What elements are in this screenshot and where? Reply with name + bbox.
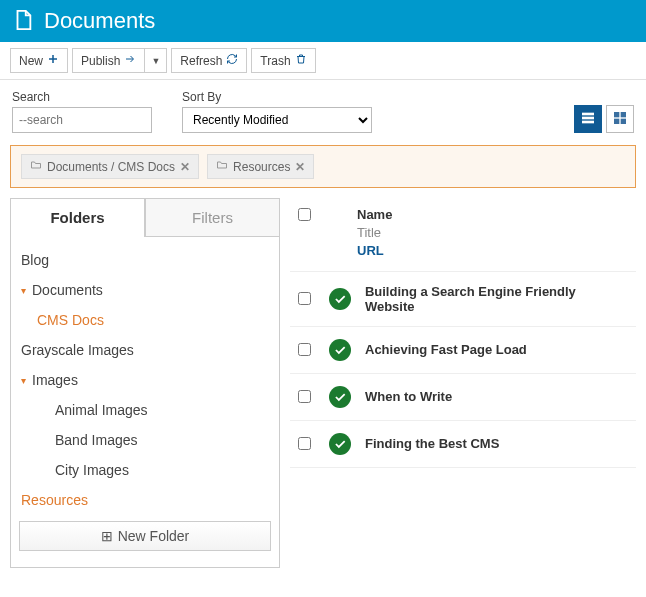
tree-blog[interactable]: Blog [11, 245, 279, 275]
col-title[interactable]: Title [357, 224, 392, 242]
check-circle-icon [329, 433, 351, 455]
col-name[interactable]: Name [357, 206, 392, 224]
list-row[interactable]: When to Write [290, 374, 636, 421]
right-panel: Name Title URL Building a Search Engine … [290, 198, 636, 568]
row-checkbox[interactable] [298, 292, 311, 305]
list-row[interactable]: Building a Search Engine Friendly Websit… [290, 272, 636, 327]
tree-images[interactable]: Images [11, 365, 279, 395]
header-labels: Name Title URL [357, 206, 392, 261]
refresh-label: Refresh [180, 54, 222, 68]
toolbar: New Publish ▼ Refresh Trash [0, 42, 646, 80]
tab-folders[interactable]: Folders [10, 198, 145, 236]
tree-resources[interactable]: Resources [11, 485, 279, 515]
row-title: Finding the Best CMS [365, 436, 499, 451]
svg-rect-3 [614, 112, 619, 117]
plus-box-icon: ⊞ [101, 528, 113, 544]
tree-label: Documents [32, 282, 103, 298]
search-field: Search [12, 90, 152, 133]
search-label: Search [12, 90, 152, 104]
publish-group: Publish ▼ [72, 48, 167, 73]
chip-documents-cms[interactable]: Documents / CMS Docs ✕ [21, 154, 199, 179]
tab-filters[interactable]: Filters [145, 198, 280, 236]
chip-label: Documents / CMS Docs [47, 160, 175, 174]
page-title: Documents [44, 8, 155, 34]
side-tabs: Folders Filters [10, 198, 280, 237]
row-title: Building a Search Engine Friendly Websit… [365, 284, 628, 314]
grid-icon [612, 110, 628, 129]
svg-rect-2 [582, 120, 594, 123]
tree-label: Images [32, 372, 78, 388]
sort-label: Sort By [182, 90, 372, 104]
check-circle-icon [329, 339, 351, 361]
tree-grayscale[interactable]: Grayscale Images [11, 335, 279, 365]
new-button[interactable]: New [10, 48, 68, 73]
row-checkbox[interactable] [298, 390, 311, 403]
svg-rect-6 [621, 118, 626, 123]
new-label: New [19, 54, 43, 68]
trash-icon [295, 53, 307, 68]
list-row[interactable]: Finding the Best CMS [290, 421, 636, 468]
folder-tree: Blog Documents CMS Docs Grayscale Images… [10, 237, 280, 568]
chip-resources[interactable]: Resources ✕ [207, 154, 314, 179]
col-url[interactable]: URL [357, 242, 392, 260]
tree-documents[interactable]: Documents [11, 275, 279, 305]
trash-button[interactable]: Trash [251, 48, 315, 73]
publish-button[interactable]: Publish [72, 48, 144, 73]
check-circle-icon [329, 288, 351, 310]
row-title: Achieving Fast Page Load [365, 342, 527, 357]
refresh-icon [226, 53, 238, 68]
select-all-checkbox[interactable] [298, 208, 311, 221]
document-icon [12, 9, 34, 34]
tree-cms-docs[interactable]: CMS Docs [11, 305, 279, 335]
list-row[interactable]: Achieving Fast Page Load [290, 327, 636, 374]
filter-row: Search Sort By Recently Modified [0, 80, 646, 139]
list-view-button[interactable] [574, 105, 602, 133]
publish-caret[interactable]: ▼ [144, 48, 167, 73]
caret-down-icon: ▼ [151, 56, 160, 66]
row-title: When to Write [365, 389, 452, 404]
publish-label: Publish [81, 54, 120, 68]
svg-rect-4 [621, 112, 626, 117]
svg-rect-0 [582, 112, 594, 115]
check-circle-icon [329, 386, 351, 408]
tree-animal[interactable]: Animal Images [11, 395, 279, 425]
arrow-right-icon [124, 53, 136, 68]
chip-label: Resources [233, 160, 290, 174]
tree-city[interactable]: City Images [11, 455, 279, 485]
folder-icon [30, 159, 42, 174]
main-area: Folders Filters Blog Documents CMS Docs … [0, 198, 646, 578]
row-checkbox[interactable] [298, 343, 311, 356]
plus-icon [47, 53, 59, 68]
breadcrumb-chips: Documents / CMS Docs ✕ Resources ✕ [10, 145, 636, 188]
new-folder-button[interactable]: ⊞ New Folder [19, 521, 271, 551]
list-icon [580, 110, 596, 129]
view-toggle [574, 105, 634, 133]
svg-rect-1 [582, 116, 594, 119]
list-header: Name Title URL [290, 198, 636, 272]
tree-band[interactable]: Band Images [11, 425, 279, 455]
sort-select[interactable]: Recently Modified [182, 107, 372, 133]
svg-rect-5 [614, 118, 619, 123]
row-checkbox[interactable] [298, 437, 311, 450]
trash-label: Trash [260, 54, 290, 68]
folder-icon [216, 159, 228, 174]
search-input[interactable] [12, 107, 152, 133]
sort-field: Sort By Recently Modified [182, 90, 372, 133]
close-icon[interactable]: ✕ [180, 160, 190, 174]
close-icon[interactable]: ✕ [295, 160, 305, 174]
new-folder-label: New Folder [118, 528, 190, 544]
page-header: Documents [0, 0, 646, 42]
grid-view-button[interactable] [606, 105, 634, 133]
left-panel: Folders Filters Blog Documents CMS Docs … [10, 198, 280, 568]
refresh-button[interactable]: Refresh [171, 48, 247, 73]
